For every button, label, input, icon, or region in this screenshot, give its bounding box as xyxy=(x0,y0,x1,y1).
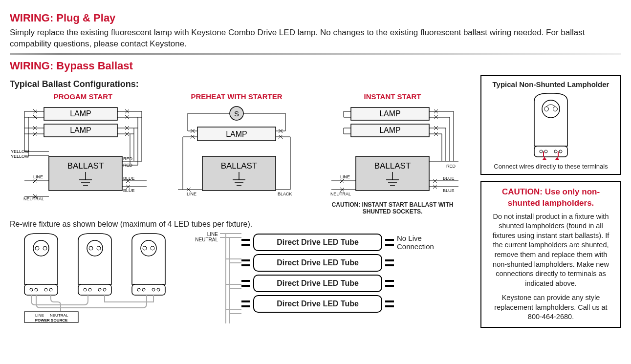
led-tube: Direct Drive LED Tube xyxy=(253,254,382,272)
caution-box: CAUTION: Use only non-shunted lampholder… xyxy=(480,181,621,328)
tube-wiring-icon xyxy=(220,231,241,328)
svg-rect-112 xyxy=(534,146,567,157)
svg-rect-93 xyxy=(132,284,165,295)
caution-body: Do not install product in a fixture with… xyxy=(487,212,614,289)
wire-neutral: NEUTRAL xyxy=(330,192,351,196)
led-tube: Direct Drive LED Tube xyxy=(253,234,382,251)
led-tube: Direct Drive LED Tube xyxy=(253,295,382,313)
no-live-label: No Live Connection xyxy=(397,234,441,251)
wire-blue: BLUE xyxy=(123,176,135,181)
wire-red: RED xyxy=(123,156,133,161)
ballast-label: BALLAST xyxy=(67,161,104,171)
ps-label: POWER SOURCE xyxy=(35,318,68,322)
lamp-label: LAMP xyxy=(70,109,91,118)
svg-rect-77 xyxy=(24,284,58,295)
wire-line: LINE xyxy=(340,174,350,179)
wire-line: LINE xyxy=(187,192,196,196)
wire-yellow: YELLOW xyxy=(11,149,29,154)
wire-neutral: NEUTRAL xyxy=(23,196,44,200)
ballast-label: BALLAST xyxy=(374,161,411,171)
section1-title: WIRING: Plug & Play xyxy=(10,12,621,24)
wire-blue: BLUE xyxy=(443,176,455,181)
caution-head: CAUTION: Use only non-shunted lampholder… xyxy=(487,187,614,209)
ballast-label: BALLAST xyxy=(221,161,258,171)
config-instant: INSTANT START LAMP LAMP BALLAST xyxy=(317,92,468,215)
config-preheat: PREHEAT WITH STARTER S LAMP BALLAST xyxy=(163,92,310,200)
svg-rect-85 xyxy=(78,284,111,295)
lampholder-box-title: Typical Non-Shunted Lampholder xyxy=(486,80,615,88)
config-program-title: PROGAM START xyxy=(10,92,156,101)
diagram-program-start: LAMP LAMP BALLAST xyxy=(10,103,156,200)
tube-line-label: LINE xyxy=(191,232,218,237)
subtitle-configs: Typical Ballast Configurations: xyxy=(10,79,472,89)
lamp-label: LAMP xyxy=(379,109,401,118)
diagram-preheat: S LAMP BALLAST xyxy=(163,103,310,200)
wire-yellow: YELLOW xyxy=(11,154,29,159)
diagram-instant: LAMP LAMP BALLAST xyxy=(317,103,468,200)
lamp-label: LAMP xyxy=(70,126,91,134)
ps-line: LINE xyxy=(35,313,44,318)
lamp-label: LAMP xyxy=(226,130,247,138)
starter-label: S xyxy=(234,109,239,118)
caution-foot: Keystone can provide any style replaceme… xyxy=(487,293,614,322)
tube-stack: LINE NEUTRAL xyxy=(191,231,441,328)
wire-blue: BLUE xyxy=(443,188,455,193)
lampholder-row-diagram: LINE NEUTRAL POWER SOURCE xyxy=(10,231,181,325)
wire-black: BLACK xyxy=(278,192,292,196)
config-instant-title: INSTANT START xyxy=(317,92,468,101)
wire-line: LINE xyxy=(33,174,43,179)
lampholder-box: Typical Non-Shunted Lampholder Connect w… xyxy=(480,75,621,175)
section1-body: Simply replace the existing fluorescent … xyxy=(10,27,621,50)
tube-neutral-label: NEUTRAL xyxy=(191,237,218,242)
divider xyxy=(10,53,621,55)
ballast-configs: PROGAM START LAMP LAMP BALLAST xyxy=(10,92,472,215)
lampholder-icon xyxy=(526,91,575,160)
wire-blue: BLUE xyxy=(123,188,135,193)
instant-caution: CAUTION: INSTANT START BALLAST WITH SHUN… xyxy=(317,201,468,215)
wire-red: RED xyxy=(123,163,133,168)
section2-title: WIRING: Bypass Ballast xyxy=(10,60,621,72)
ps-neutral: NEUTRAL xyxy=(50,313,68,318)
lampholder-icon xyxy=(24,234,165,295)
lamp-label: LAMP xyxy=(379,126,401,134)
led-tube: Direct Drive LED Tube xyxy=(253,275,382,292)
wire-red: RED xyxy=(446,164,456,169)
rewire-text: Re-wire fixture as shown below (maximum … xyxy=(10,220,472,229)
config-program-start: PROGAM START LAMP LAMP BALLAST xyxy=(10,92,156,200)
config-preheat-title: PREHEAT WITH STARTER xyxy=(163,92,310,101)
lampholder-box-foot: Connect wires directly to these terminal… xyxy=(486,163,615,170)
